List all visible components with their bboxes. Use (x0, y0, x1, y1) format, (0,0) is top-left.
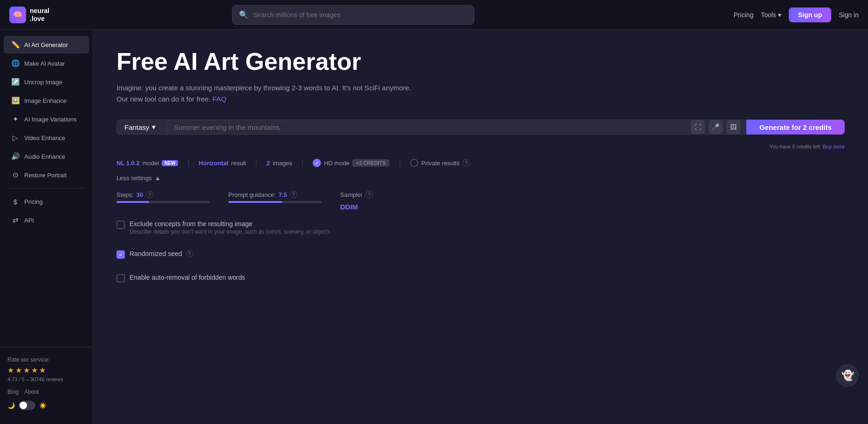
sidebar-item-image-enhance[interactable]: 🖼️ Image Enhance (4, 92, 89, 109)
sampler-col: Sampler ? DDIM (340, 191, 433, 211)
sidebar-item-label: Make AI Avatar (24, 60, 65, 67)
sidebar-item-label: Video Enhance (24, 135, 65, 141)
logo-text: neural .love (30, 7, 49, 23)
logo[interactable]: 🧠 neural .love (9, 7, 103, 23)
tools-button[interactable]: Tools ▾ (761, 11, 781, 19)
result-setting[interactable]: Horizontal result (199, 160, 246, 167)
guidance-label: Prompt guidance: 7.5 ? (228, 191, 321, 198)
chat-bubble-button[interactable]: 👻 (836, 364, 859, 387)
sidebar-links: Blog About (0, 386, 93, 398)
steps-col: Steps: 30 ? (116, 191, 210, 203)
search-bar: 🔍 (232, 5, 474, 25)
pencil-icon: ✏️ (11, 40, 20, 49)
steps-value: 30 (137, 191, 143, 198)
variations-icon: ✦ (11, 115, 20, 123)
sidebar-item-label: Restore Portrait (24, 172, 67, 179)
guidance-slider[interactable] (228, 201, 321, 203)
page-title: Free AI Art Generator (116, 48, 845, 75)
hd-mode-setting[interactable]: ✓ HD mode +2 CREDITS (313, 159, 390, 167)
exclude-concepts-checkbox[interactable] (116, 221, 125, 229)
auto-removal-label: Enable auto-removal of forbidden words (130, 274, 245, 281)
sidebar-item-ai-art-generator[interactable]: ✏️ AI Art Generator (4, 36, 89, 54)
header-right: Pricing Tools ▾ Sign up Sign in (733, 7, 859, 22)
sidebar-item-uncrop-image[interactable]: ↗️ Uncrop Image (4, 73, 89, 91)
api-icon: ⇄ (11, 216, 20, 224)
guidance-help-icon[interactable]: ? (290, 191, 297, 198)
private-results-checkbox[interactable] (410, 159, 418, 167)
steps-label: Steps: 30 ? (116, 191, 210, 198)
images-setting[interactable]: 2 images (267, 160, 292, 167)
sidebar-item-label: AI Image Variations (24, 116, 76, 123)
steps-help-icon[interactable]: ? (146, 191, 153, 198)
avatar-icon: 🌐 (11, 59, 20, 67)
sidebar-bottom: Rate our service: ★★★★★ 4.73 / 5 – 30746… (0, 347, 93, 418)
adv-row-sliders: Steps: 30 ? Prompt guidance: 7.5 ? (116, 191, 845, 211)
exclude-concepts-sub: Describe details you don't want in your … (130, 229, 330, 235)
search-input[interactable] (253, 11, 467, 19)
signup-button[interactable]: Sign up (789, 7, 831, 22)
page-description: Imagine: you create a stunning masterpie… (116, 82, 845, 105)
generator-box: Fantasy ▾ ⛶ 🎤 🖼 Generate for 2 credits (116, 120, 845, 135)
sidebar-item-label: Pricing (24, 198, 43, 205)
mic-icon-btn[interactable]: 🎤 (709, 120, 723, 134)
rate-service: Rate our service: ★★★★★ 4.73 / 5 – 30746… (0, 353, 93, 386)
prompt-input[interactable] (174, 123, 687, 131)
image-enhance-icon: 🖼️ (11, 96, 20, 105)
moon-icon: 🌙 (7, 402, 15, 409)
main-layout: ✏️ AI Art Generator 🌐 Make AI Avatar ↗️ … (0, 30, 868, 424)
sidebar-item-audio-enhance[interactable]: 🔊 Audio Enhance (4, 148, 89, 165)
sampler-help-icon[interactable]: ? (365, 191, 373, 198)
stars[interactable]: ★★★★★ (7, 366, 85, 375)
rating-text: 4.73 / 5 – 30746 reviews (7, 377, 85, 382)
sidebar-item-api[interactable]: ⇄ API (4, 211, 89, 229)
generate-button[interactable]: Generate for 2 credits (746, 120, 845, 135)
guidance-col: Prompt guidance: 7.5 ? (228, 191, 321, 203)
private-results-setting[interactable]: Private results ? (410, 159, 470, 167)
sidebar-item-pricing[interactable]: $ Pricing (4, 193, 89, 210)
randomized-seed-help-icon[interactable]: ? (186, 250, 193, 257)
randomized-seed-checkbox[interactable]: ✓ (116, 250, 125, 259)
hd-mode-checkbox[interactable]: ✓ (313, 159, 321, 167)
private-results-help-icon[interactable]: ? (463, 159, 470, 167)
check-icon: ✓ (315, 160, 319, 166)
toggle-track[interactable] (19, 401, 35, 410)
steps-slider-fill (116, 201, 149, 203)
sampler-value[interactable]: DDIM (340, 203, 433, 211)
chevron-up-icon: ▲ (155, 175, 161, 182)
style-selector[interactable]: Fantasy ▾ (116, 120, 168, 135)
auto-removal-checkbox[interactable] (116, 274, 125, 283)
pricing-link[interactable]: Pricing (733, 11, 753, 19)
exclude-concepts-label: Exclude concepts from the resulting imag… (130, 220, 330, 228)
image-upload-btn[interactable]: 🖼 (726, 120, 740, 134)
settings-row: NL 1.0.2 model NEW | Horizontal result |… (116, 159, 845, 167)
resize-icon-btn[interactable]: ⛶ (691, 120, 705, 134)
guidance-slider-fill (228, 201, 282, 203)
sidebar: ✏️ AI Art Generator 🌐 Make AI Avatar ↗️ … (0, 30, 93, 424)
style-label: Fantasy (124, 123, 149, 131)
steps-slider[interactable] (116, 201, 210, 203)
faq-link[interactable]: FAQ (212, 95, 226, 103)
sidebar-item-ai-image-variations[interactable]: ✦ AI Image Variations (4, 110, 89, 128)
auto-removal-item: Enable auto-removal of forbidden words (116, 274, 845, 283)
blog-link[interactable]: Blog (7, 389, 19, 395)
sidebar-item-label: Uncrop Image (24, 79, 62, 86)
theme-toggle[interactable]: 🌙 ☀️ (0, 398, 93, 413)
buy-more-link[interactable]: Buy more (823, 144, 845, 149)
sidebar-item-video-enhance[interactable]: ▷ Video Enhance (4, 129, 89, 147)
sampler-label: Sampler ? (340, 191, 433, 198)
exclude-concepts-item: Exclude concepts from the resulting imag… (116, 220, 845, 235)
sidebar-item-make-ai-avatar[interactable]: 🌐 Make AI Avatar (4, 54, 89, 72)
less-settings-button[interactable]: Less settings ▲ (116, 175, 845, 182)
logo-icon: 🧠 (9, 7, 26, 23)
about-link[interactable]: About (24, 389, 39, 395)
model-setting[interactable]: NL 1.0.2 model NEW (116, 160, 178, 167)
sidebar-item-restore-portrait[interactable]: ⊙ Restore Portrait (4, 166, 89, 184)
sidebar-item-label: Audio Enhance (24, 153, 65, 160)
sidebar-item-label: AI Art Generator (24, 41, 68, 48)
content-area: Free AI Art Generator Imagine: you creat… (93, 30, 868, 424)
prompt-icons: ⛶ 🎤 🖼 (691, 120, 740, 134)
chevron-icon: ▾ (152, 123, 156, 131)
sidebar-item-label: Image Enhance (24, 97, 67, 104)
signin-button[interactable]: Sign in (839, 11, 859, 19)
randomized-seed-label: Randomized seed ? (130, 250, 193, 257)
